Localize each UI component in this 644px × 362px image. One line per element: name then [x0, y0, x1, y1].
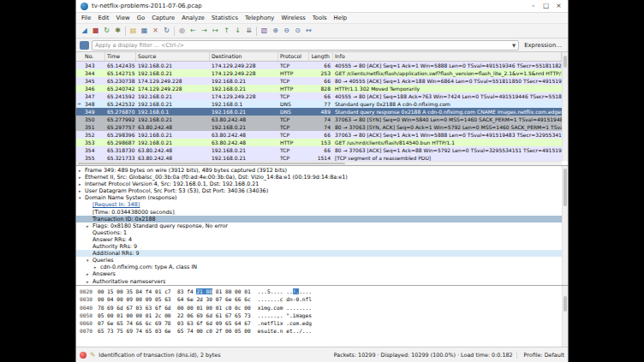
find-packet-icon[interactable]: ◎ [176, 24, 188, 38]
packet-row-347[interactable]: 34765.241592192.168.0.21174.129.249.228T… [76, 92, 562, 100]
menu-wireless[interactable]: Wireless [277, 15, 308, 21]
hex-row[interactable]: 006007 6e 65 74 66 6c 69 78 03 63 6f 6d … [76, 319, 562, 327]
hex-row[interactable]: 005005 00 01 00 00 01 2c 00 22 06 69 6d … [76, 312, 562, 319]
minimize-button[interactable]: – [527, 0, 540, 12]
bytes-vertical-scrollbar[interactable] [562, 286, 568, 347]
filter-dropdown-icon[interactable]: ▼ [512, 43, 516, 48]
restart-capture-icon[interactable]: ↻ [101, 24, 112, 38]
detail-line[interactable]: ▸cdn-0.nflximg.com: type A, class IN [76, 264, 562, 270]
go-forward-icon[interactable]: → [199, 24, 210, 38]
maximize-button[interactable]: □ [540, 0, 552, 12]
detail-line[interactable]: ▾Queries [76, 257, 562, 264]
open-file-icon[interactable]: ▤ [128, 24, 139, 38]
expand-icon[interactable]: ▸ [94, 264, 100, 270]
packet-list-horizontal-scrollbar[interactable] [76, 161, 562, 165]
resize-columns-icon[interactable]: ↔ [303, 24, 314, 38]
zoom-in-icon[interactable]: ⊕ [270, 24, 281, 38]
packet-row-346[interactable]: 34665.240742174.129.249.228192.168.0.21H… [76, 85, 562, 92]
close-button[interactable]: × [552, 0, 565, 12]
expand-icon[interactable]: ▸ [86, 223, 92, 229]
detail-line[interactable]: ▸Ethernet II, Src: Globalsc_00:3b:0a (f0… [76, 174, 562, 181]
stop-capture-icon[interactable]: ■ [90, 24, 101, 38]
expand-icon[interactable]: ▸ [86, 278, 92, 285]
detail-line[interactable]: ▸Answers [76, 270, 562, 277]
packet-row-348[interactable]: →34865.242532192.168.0.21192.168.0.1DNS7… [76, 100, 562, 108]
scrollbar-thumb[interactable] [78, 163, 345, 164]
hex-row[interactable]: 003000 04 00 09 00 09 05 63 64 6e 2d 30 … [76, 295, 562, 303]
detail-line[interactable]: ▾Domain Name System (response) [76, 194, 562, 201]
menu-tools[interactable]: Tools [309, 15, 331, 21]
auto-scroll-icon[interactable]: ⇊ [243, 24, 254, 38]
detail-line[interactable]: [Request In: 348] [76, 201, 562, 208]
expand-icon[interactable]: ▸ [79, 187, 85, 194]
menu-help[interactable]: Help [331, 15, 351, 21]
detail-line[interactable]: Questions: 1 [76, 229, 562, 236]
go-first-packet-icon[interactable]: ↑ [221, 24, 232, 38]
go-last-packet-icon[interactable]: ↓ [232, 24, 243, 38]
status-profile[interactable]: Profile: Default [516, 352, 564, 359]
detail-line[interactable]: Transaction ID: 0x2188 [76, 216, 562, 223]
column-header-protocol[interactable]: Protocol [278, 52, 309, 61]
hex-row[interactable]: 004078 69 6d 67 03 63 6f 6d 00 00 01 00 … [76, 304, 562, 312]
menu-telephony[interactable]: Telephony [242, 15, 277, 21]
expression-button[interactable]: Expression… [522, 42, 564, 49]
menu-analyze[interactable]: Analyze [178, 15, 208, 21]
hex-row[interactable]: 002000 15 00 35 84 f4 01 c7 83 f4 21 88 … [76, 288, 562, 295]
expand-icon[interactable]: ▸ [86, 270, 92, 277]
detail-line[interactable]: ▸Flags: 0x8180 Standard query response, … [76, 223, 562, 229]
menu-file[interactable]: File [78, 15, 94, 21]
expert-info-icon[interactable] [80, 352, 86, 359]
zoom-original-icon[interactable]: ⊙ [292, 24, 303, 38]
packet-row-343[interactable]: 34365.142435192.168.0.21174.129.249.228T… [76, 62, 562, 69]
column-header-source[interactable]: Source [136, 52, 210, 61]
scrollbar-thumb[interactable] [564, 296, 567, 312]
scrollbar-thumb[interactable] [564, 169, 567, 206]
menu-capture[interactable]: Capture [148, 15, 178, 21]
packet-row-351[interactable]: 35165.29775763.80.242.48192.168.0.21TCP7… [76, 123, 562, 131]
hex-row[interactable]: 007065 73 75 69 74 65 03 6e 65 74 00 c0 … [76, 327, 562, 335]
packet-row-355[interactable]: 35565.32173363.80.242.48192.168.0.21TCP1… [76, 154, 562, 161]
column-header-time[interactable]: Time [105, 52, 136, 61]
packet-row-350[interactable]: 35065.277992192.168.0.2163.80.242.48TCP7… [76, 116, 562, 123]
detail-line[interactable]: [Time: 0.034438000 seconds] [76, 209, 562, 216]
expand-icon[interactable]: ▸ [79, 181, 85, 187]
detail-line[interactable]: ▸Frame 349: 489 bytes on wire (3912 bits… [76, 167, 562, 174]
capture-options-icon[interactable]: ✱ [112, 24, 123, 38]
close-file-icon[interactable]: × [150, 24, 161, 38]
scrollbar-thumb[interactable] [564, 56, 567, 68]
display-filter-input[interactable]: Apply a display filter ... <Ctrl-/> ▼ [92, 40, 519, 50]
menu-statistics[interactable]: Statistics [208, 15, 242, 21]
detail-line[interactable]: ▸Authoritative nameservers [76, 278, 562, 285]
zoom-out-icon[interactable]: ⊖ [281, 24, 292, 38]
packet-row-354[interactable]: 35465.31873063.80.242.48192.168.0.21TCP6… [76, 146, 562, 154]
detail-line[interactable]: ▸User Datagram Protocol, Src Port: 53 (5… [76, 187, 562, 194]
capture-comment-icon[interactable]: ✎ [90, 351, 95, 359]
expand-icon[interactable]: ▸ [79, 167, 85, 174]
packet-row-345[interactable]: 34565.230738174.129.249.228192.168.0.21T… [76, 77, 562, 85]
details-vertical-scrollbar[interactable] [562, 166, 568, 285]
start-capture-icon[interactable]: ◢ [79, 24, 90, 38]
collapse-icon[interactable]: ▾ [79, 194, 85, 201]
collapse-icon[interactable]: ▾ [86, 257, 92, 264]
detail-line[interactable]: Answer RRs: 4 [76, 236, 562, 243]
packet-row-353[interactable]: 35365.298687192.168.0.2163.80.242.48HTTP… [76, 139, 562, 146]
column-header-destination[interactable]: Destination [210, 52, 278, 61]
menu-edit[interactable]: Edit [94, 15, 112, 21]
column-header-no[interactable]: No. [83, 52, 105, 61]
detail-line[interactable]: Additional RRs: 9 [76, 250, 562, 257]
column-header-length[interactable]: Length [309, 52, 333, 61]
save-file-icon[interactable]: ▦ [139, 24, 150, 38]
go-back-icon[interactable]: ← [188, 24, 199, 38]
menu-go[interactable]: Go [134, 15, 148, 21]
packet-row-349[interactable]: 34965.276870192.168.0.1192.168.0.21DNS48… [76, 108, 562, 116]
colorize-icon[interactable]: ▧ [259, 24, 270, 38]
go-to-packet-icon[interactable]: ↦ [210, 24, 221, 38]
column-header-info[interactable]: Info [333, 52, 562, 61]
packet-row-352[interactable]: 35265.298396192.168.0.2163.80.242.48TCP6… [76, 131, 562, 139]
menu-view[interactable]: View [113, 15, 134, 21]
reload-file-icon[interactable]: ↻ [161, 24, 172, 38]
detail-line[interactable]: ▸Internet Protocol Version 4, Src: 192.1… [76, 181, 562, 187]
packet-list-vertical-scrollbar[interactable] [562, 52, 568, 161]
packet-row-344[interactable]: 34465.142715192.168.0.21174.129.249.228H… [76, 69, 562, 77]
expand-icon[interactable]: ▸ [79, 174, 85, 181]
